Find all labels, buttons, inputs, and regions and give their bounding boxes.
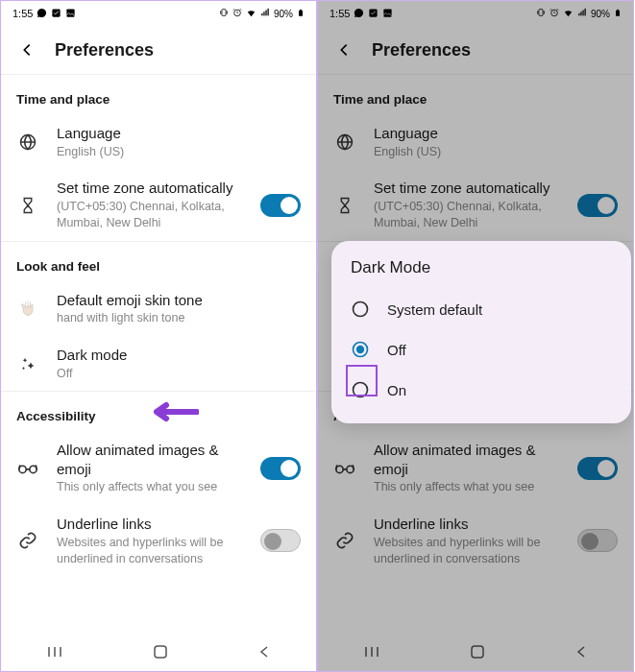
svg-rect-1 bbox=[67, 9, 75, 16]
timezone-title: Set time zone automatically bbox=[57, 179, 243, 198]
page-title: Preferences bbox=[55, 40, 154, 60]
timezone-toggle[interactable] bbox=[577, 194, 618, 217]
back-icon[interactable] bbox=[335, 41, 353, 59]
recents-icon[interactable] bbox=[46, 645, 63, 662]
animated-title: Allow animated images & emoji bbox=[374, 441, 560, 478]
emoji-tone-row[interactable]: Default emoji skin tone hand with light … bbox=[1, 281, 316, 336]
animated-title: Allow animated images & emoji bbox=[57, 441, 243, 478]
page-header: Preferences bbox=[318, 26, 633, 74]
back-icon[interactable] bbox=[18, 41, 36, 59]
hand-icon bbox=[16, 297, 39, 320]
recents-icon[interactable] bbox=[363, 645, 380, 662]
underline-title: Underline links bbox=[57, 515, 243, 534]
radio-icon[interactable] bbox=[351, 300, 370, 319]
svg-rect-24 bbox=[584, 9, 585, 15]
timezone-value: (UTC+05:30) Chennai, Kolkata, Mumbai, Ne… bbox=[57, 199, 243, 231]
status-bar: 1:55 90% bbox=[1, 1, 316, 26]
svg-rect-26 bbox=[617, 9, 619, 10]
animated-toggle[interactable] bbox=[577, 457, 618, 480]
nav-back-icon[interactable] bbox=[574, 645, 588, 662]
emoji-tone-value: hand with light skin tone bbox=[57, 310, 301, 326]
checkbox-icon bbox=[368, 8, 379, 20]
timezone-toggle[interactable] bbox=[260, 194, 301, 217]
section-time-place: Time and place bbox=[318, 75, 633, 114]
page-header: Preferences bbox=[1, 26, 316, 74]
underline-row[interactable]: Underline links Websites and hyperlinks … bbox=[318, 505, 633, 576]
whatsapp-icon bbox=[354, 8, 364, 20]
svg-rect-18 bbox=[384, 9, 392, 16]
svg-rect-33 bbox=[472, 646, 483, 658]
emoji-tone-title: Default emoji skin tone bbox=[57, 291, 301, 310]
underline-toggle[interactable] bbox=[577, 529, 618, 552]
alarm-icon bbox=[550, 8, 559, 19]
underline-toggle[interactable] bbox=[260, 529, 301, 552]
nav-back-icon[interactable] bbox=[257, 645, 271, 662]
svg-rect-22 bbox=[580, 12, 581, 15]
highlight-annotation bbox=[346, 365, 378, 396]
svg-rect-2 bbox=[222, 10, 226, 16]
svg-rect-25 bbox=[616, 10, 620, 15]
status-time: 1:55 bbox=[330, 8, 350, 19]
dialog-title: Dark Mode bbox=[351, 258, 612, 277]
svg-rect-19 bbox=[539, 10, 543, 16]
status-time: 1:55 bbox=[12, 8, 33, 19]
dark-mode-title: Dark mode bbox=[57, 346, 301, 365]
radio-system-default[interactable]: System default bbox=[351, 289, 612, 329]
signal-icon bbox=[577, 8, 587, 19]
animated-toggle[interactable] bbox=[260, 457, 301, 480]
glasses-icon bbox=[16, 457, 39, 480]
nav-bar bbox=[1, 636, 316, 671]
dark-mode-value: Off bbox=[57, 366, 301, 382]
wifi-icon bbox=[563, 8, 574, 20]
language-row[interactable]: Language English (US) bbox=[318, 114, 633, 169]
timezone-row[interactable]: Set time zone automatically (UTC+05:30) … bbox=[318, 169, 633, 240]
underline-value: Websites and hyperlinks will be underlin… bbox=[57, 535, 243, 567]
section-look-feel: Look and feel bbox=[1, 242, 316, 281]
hourglass-icon bbox=[333, 194, 356, 217]
arrow-annotation bbox=[145, 400, 199, 423]
dark-mode-row[interactable]: Dark mode Off bbox=[1, 336, 316, 391]
svg-rect-5 bbox=[263, 12, 264, 15]
globe-icon bbox=[16, 131, 39, 154]
animated-value: This only affects what you see bbox=[57, 479, 243, 495]
svg-rect-23 bbox=[582, 11, 583, 16]
svg-point-34 bbox=[354, 302, 368, 317]
animated-row[interactable]: Allow animated images & emoji This only … bbox=[318, 431, 633, 505]
checkbox-icon bbox=[51, 8, 61, 20]
timezone-row[interactable]: Set time zone automatically (UTC+05:30) … bbox=[1, 169, 316, 240]
globe-icon bbox=[333, 131, 356, 154]
svg-point-36 bbox=[356, 346, 364, 353]
signal-icon bbox=[260, 8, 270, 19]
link-icon bbox=[16, 529, 39, 552]
svg-rect-21 bbox=[578, 13, 579, 15]
language-title: Language bbox=[57, 124, 301, 143]
underline-title: Underline links bbox=[374, 515, 560, 534]
image-icon bbox=[382, 8, 393, 20]
underline-row[interactable]: Underline links Websites and hyperlinks … bbox=[1, 505, 316, 576]
timezone-value: (UTC+05:30) Chennai, Kolkata, Mumbai, Ne… bbox=[374, 199, 560, 231]
wifi-icon bbox=[246, 8, 256, 20]
battery-icon bbox=[297, 8, 305, 20]
radio-icon-selected[interactable] bbox=[351, 340, 370, 359]
underline-value: Websites and hyperlinks will be underlin… bbox=[374, 535, 560, 567]
glasses-icon bbox=[333, 457, 356, 480]
battery-icon bbox=[614, 8, 622, 20]
home-icon[interactable] bbox=[153, 644, 168, 663]
battery-pct: 90% bbox=[591, 9, 610, 19]
hourglass-icon bbox=[16, 194, 39, 217]
radio-on[interactable]: On bbox=[351, 370, 612, 410]
language-value: English (US) bbox=[374, 144, 618, 160]
svg-rect-9 bbox=[300, 9, 302, 10]
radio-off[interactable]: Off bbox=[351, 329, 612, 370]
animated-value: This only affects what you see bbox=[374, 479, 560, 495]
section-time-place: Time and place bbox=[1, 75, 316, 114]
svg-rect-16 bbox=[155, 646, 166, 658]
timezone-title: Set time zone automatically bbox=[374, 179, 560, 198]
animated-row[interactable]: Allow animated images & emoji This only … bbox=[1, 431, 316, 505]
status-bar: 1:55 90% bbox=[318, 1, 633, 26]
language-row[interactable]: Language English (US) bbox=[1, 114, 316, 169]
svg-rect-4 bbox=[261, 13, 262, 15]
home-icon[interactable] bbox=[470, 644, 485, 663]
radio-label: Off bbox=[387, 342, 406, 358]
image-icon bbox=[65, 8, 76, 20]
